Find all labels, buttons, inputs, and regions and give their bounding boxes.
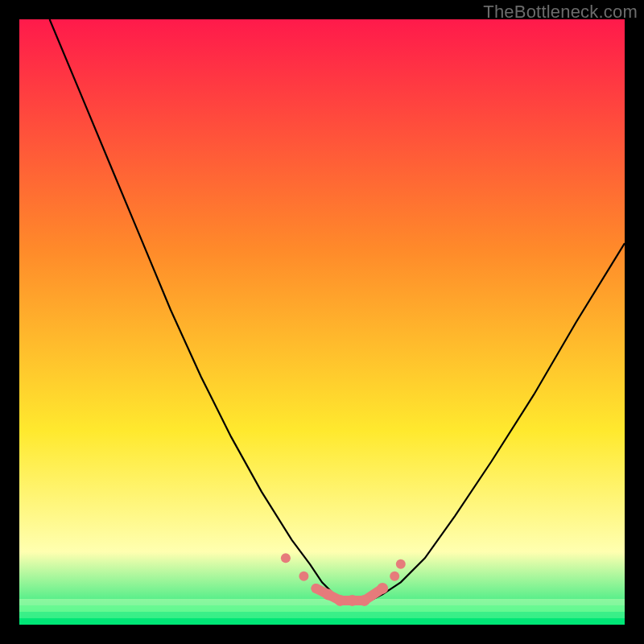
green-band-strip [19,599,625,625]
gradient-background [19,19,625,625]
curve-marker [390,572,399,581]
svg-rect-2 [19,612,625,618]
svg-rect-3 [19,618,625,625]
svg-rect-0 [19,599,625,605]
curve-marker [299,572,308,581]
curve-marker [312,584,321,593]
curve-marker [396,559,406,569]
curve-marker [359,595,370,606]
watermark-text: TheBottleneck.com [483,2,638,23]
svg-rect-1 [19,605,625,612]
curve-marker [347,595,358,606]
bottleneck-plot [19,19,625,625]
chart-frame [19,19,625,625]
curve-marker [335,595,346,606]
curve-marker [377,583,388,594]
curve-marker [281,553,291,563]
curve-marker [323,588,334,600]
